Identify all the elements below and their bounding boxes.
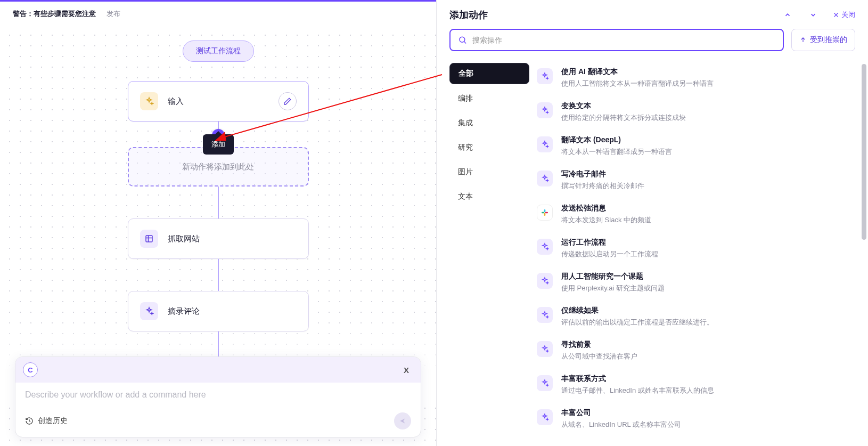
sparkle-icon bbox=[537, 239, 553, 255]
category-list: 全部编排集成研究图片文本 bbox=[449, 61, 529, 446]
action-desc: 撰写针对疼痛的相关冷邮件 bbox=[561, 181, 644, 191]
panel-search-row: 受到推崇的 bbox=[437, 29, 868, 61]
sparkle-icon bbox=[537, 409, 553, 425]
ai-prompt-bar: C X Describe your workflow or add a comm… bbox=[15, 356, 421, 437]
sparkle-icon bbox=[140, 92, 158, 110]
panel-close-button[interactable]: 关闭 bbox=[833, 10, 855, 20]
action-title: 运行工作流程 bbox=[561, 238, 658, 247]
create-history-label: 创造历史 bbox=[38, 416, 68, 426]
svg-point-3 bbox=[460, 37, 465, 42]
action-desc: 传递数据以启动另一个工作流程 bbox=[561, 249, 658, 259]
edit-node-button[interactable] bbox=[279, 92, 297, 110]
close-icon bbox=[833, 12, 839, 18]
category-item[interactable]: 集成 bbox=[449, 113, 529, 133]
recommended-button[interactable]: 受到推崇的 bbox=[791, 29, 855, 51]
sparkle-icon bbox=[537, 307, 553, 323]
sparkle-icon bbox=[537, 102, 553, 118]
sparkle-icon bbox=[537, 341, 553, 357]
node-input-title: 输入 bbox=[168, 96, 184, 107]
sparkle-icon bbox=[537, 273, 553, 289]
action-title: 发送松弛消息 bbox=[561, 204, 651, 213]
panel-header: 添加动作 关闭 bbox=[437, 0, 868, 29]
action-title: 用人工智能研究一个课题 bbox=[561, 272, 665, 281]
arrow-up-icon bbox=[799, 36, 807, 44]
category-item[interactable]: 图片 bbox=[449, 162, 529, 182]
svg-rect-6 bbox=[544, 213, 546, 216]
create-history-button[interactable]: 创造历史 bbox=[25, 416, 68, 426]
panel-header-actions: 关闭 bbox=[782, 9, 855, 21]
drop-zone-label: 新动作将添加到此处 bbox=[182, 162, 254, 172]
svg-rect-7 bbox=[545, 212, 548, 214]
node-excerpt-title: 摘录评论 bbox=[168, 306, 200, 317]
action-desc: 使用 Perplexity.ai 研究主题或问题 bbox=[561, 283, 665, 293]
svg-rect-4 bbox=[544, 209, 546, 212]
panel-title: 添加动作 bbox=[449, 9, 488, 21]
action-desc: 使用人工智能将文本从一种语言翻译成另一种语言 bbox=[561, 79, 714, 88]
publish-button[interactable]: 发布 bbox=[107, 9, 120, 19]
action-item[interactable]: 翻译文本 (DeepL)将文本从一种语言翻译成另一种语言 bbox=[534, 129, 853, 163]
workflow-canvas-pane: 警告：有些步骤需要您注意 发布 测试工作流程 输入 + bbox=[0, 0, 437, 446]
node-input[interactable]: 输入 bbox=[128, 81, 309, 121]
action-desc: 评估以前的输出以确定工作流程是否应继续进行。 bbox=[561, 318, 714, 327]
action-desc: 使用给定的分隔符将文本拆分或连接成块 bbox=[561, 113, 686, 123]
action-item[interactable]: 用人工智能研究一个课题使用 Perplexity.ai 研究主题或问题 bbox=[534, 265, 853, 299]
action-item[interactable]: 寻找前景从公司域中查找潜在客户 bbox=[534, 334, 853, 368]
send-button[interactable] bbox=[394, 412, 411, 429]
add-tooltip: 添加 bbox=[203, 134, 234, 155]
sparkle-icon bbox=[140, 302, 158, 320]
search-box[interactable] bbox=[449, 29, 784, 51]
action-item[interactable]: 丰富联系方式通过电子邮件、LinkedIn 或姓名丰富联系人的信息 bbox=[534, 368, 853, 402]
prompt-bar-footer: 创造历史 bbox=[15, 407, 421, 437]
action-title: 翻译文本 (DeepL) bbox=[561, 135, 672, 145]
panel-scrollbar-thumb[interactable] bbox=[862, 64, 866, 240]
svg-rect-5 bbox=[542, 212, 544, 214]
slack-icon bbox=[537, 205, 553, 221]
search-icon bbox=[458, 35, 467, 45]
search-input[interactable] bbox=[472, 36, 775, 44]
action-item[interactable]: 使用 AI 翻译文本使用人工智能将文本从一种语言翻译成另一种语言 bbox=[534, 61, 853, 95]
category-item[interactable]: 全部 bbox=[449, 63, 529, 84]
category-item[interactable]: 编排 bbox=[449, 88, 529, 109]
sparkle-icon bbox=[537, 136, 553, 152]
action-title: 仅继续如果 bbox=[561, 306, 714, 315]
recommended-label: 受到推崇的 bbox=[810, 35, 847, 45]
category-item[interactable]: 文本 bbox=[449, 186, 529, 207]
action-title: 丰富公司 bbox=[561, 408, 681, 418]
action-desc: 从公司域中查找潜在客户 bbox=[561, 352, 637, 361]
action-item[interactable]: 发送松弛消息将文本发送到 Slack 中的频道 bbox=[534, 197, 853, 231]
action-desc: 从域名、LinkedIn URL 或名称丰富公司 bbox=[561, 420, 681, 429]
sparkle-icon bbox=[537, 375, 553, 391]
action-title: 寻找前景 bbox=[561, 340, 637, 350]
node-scrape[interactable]: 抓取网站 bbox=[128, 218, 309, 259]
panel-prev-button[interactable] bbox=[782, 9, 793, 21]
action-desc: 通过电子邮件、LinkedIn 或姓名丰富联系人的信息 bbox=[561, 386, 714, 395]
prompt-bar-header: C X bbox=[15, 357, 421, 383]
flow-column: 输入 + 添加 新动作将添加到此处 bbox=[128, 81, 309, 385]
warning-label: 警告：有些步骤需要您注意 bbox=[13, 9, 96, 19]
connector: + 添加 bbox=[218, 121, 219, 135]
action-item[interactable]: 运行工作流程传递数据以启动另一个工作流程 bbox=[534, 231, 853, 265]
action-title: 使用 AI 翻译文本 bbox=[561, 67, 714, 77]
action-item[interactable]: 丰富公司从域名、LinkedIn URL 或名称丰富公司 bbox=[534, 402, 853, 436]
action-list: 使用 AI 翻译文本使用人工智能将文本从一种语言翻译成另一种语言变换文本使用给定… bbox=[529, 61, 855, 446]
node-excerpt[interactable]: 摘录评论 bbox=[128, 291, 309, 331]
prompt-input[interactable]: Describe your workflow or add a command … bbox=[15, 383, 421, 407]
action-title: 写冷电子邮件 bbox=[561, 169, 644, 179]
close-prompt-button[interactable]: X bbox=[399, 363, 413, 377]
action-desc: 将文本从一种语言翻译成另一种语言 bbox=[561, 147, 672, 157]
action-item[interactable]: 仅继续如果评估以前的输出以确定工作流程是否应继续进行。 bbox=[534, 299, 853, 334]
test-workflow-button[interactable]: 测试工作流程 bbox=[183, 40, 254, 62]
panel-close-label: 关闭 bbox=[841, 10, 855, 20]
action-item[interactable]: 变换文本使用给定的分隔符将文本拆分或连接成块 bbox=[534, 95, 853, 129]
panel-body: 全部编排集成研究图片文本 使用 AI 翻译文本使用人工智能将文本从一种语言翻译成… bbox=[437, 61, 868, 446]
action-title: 丰富联系方式 bbox=[561, 374, 714, 384]
action-panel: 添加动作 关闭 受到推崇的 全部编排集成研究图片文本 使用 AI bbox=[437, 0, 868, 446]
top-bar: 警告：有些步骤需要您注意 发布 bbox=[0, 0, 436, 26]
prompt-chip: C bbox=[23, 362, 38, 377]
action-item[interactable]: 写冷电子邮件撰写针对疼痛的相关冷邮件 bbox=[534, 163, 853, 197]
panel-next-button[interactable] bbox=[807, 9, 819, 21]
chevron-down-icon bbox=[809, 11, 817, 19]
category-item[interactable]: 研究 bbox=[449, 137, 529, 158]
history-icon bbox=[25, 417, 34, 425]
send-icon bbox=[399, 417, 406, 425]
